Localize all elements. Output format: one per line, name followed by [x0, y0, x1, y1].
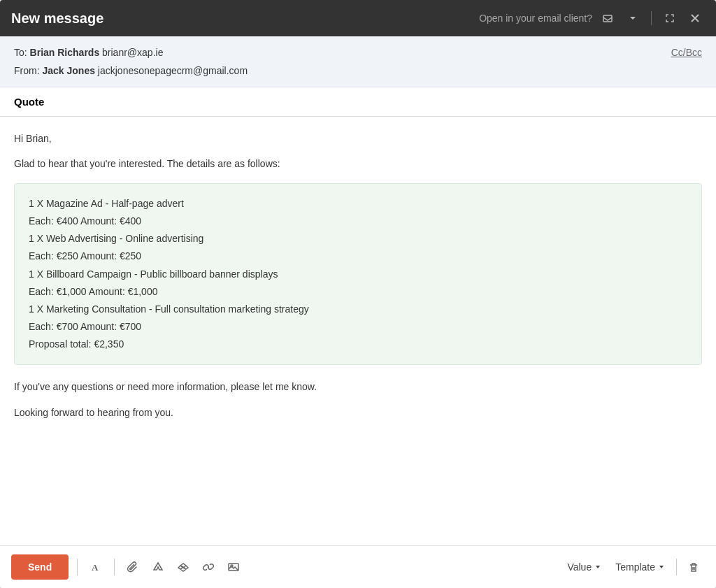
quote-line: 1 X Magazine Ad - Half-page advert — [29, 195, 687, 213]
compose-window: New message Open in your email client? — [0, 0, 716, 588]
to-name: Brian Richards — [30, 47, 100, 58]
cc-bcc-link[interactable]: Cc/Bcc — [671, 47, 702, 58]
close-button[interactable] — [685, 10, 705, 27]
template-dropdown-button[interactable]: Template — [610, 557, 671, 577]
trash-button[interactable] — [682, 557, 705, 578]
compose-recipients: To: Brian Richards brianr@xap.ie From: J… — [0, 36, 716, 87]
intro-text: Glad to hear that you're interested. The… — [14, 156, 702, 171]
quote-line: Each: €1,000 Amount: €1,000 — [29, 283, 687, 301]
send-button[interactable]: Send — [11, 554, 69, 580]
subject-line: Quote — [0, 87, 716, 117]
quote-line: 1 X Marketing Consultation - Full consul… — [29, 301, 687, 318]
open-email-label: Open in your email client? — [479, 13, 592, 24]
dropbox-button[interactable] — [173, 559, 193, 575]
quote-line: Each: €400 Amount: €400 — [29, 213, 687, 230]
from-row: From: Jack Jones jackjonesonepagecrm@gma… — [14, 62, 248, 80]
quote-line: Each: €250 Amount: €250 — [29, 248, 687, 265]
open-email-button[interactable] — [598, 10, 617, 27]
compose-body[interactable]: Hi Brian, Glad to hear that you're inter… — [0, 117, 716, 545]
value-label: Value — [567, 561, 592, 573]
greeting: Hi Brian, — [14, 131, 702, 146]
value-dropdown-button[interactable]: Value — [561, 557, 607, 577]
to-email: brianr@xap.ie — [102, 47, 163, 58]
to-from-block: To: Brian Richards brianr@xap.ie From: J… — [14, 43, 248, 80]
recipients-container: To: Brian Richards brianr@xap.ie From: J… — [14, 43, 702, 80]
attachment-button[interactable] — [123, 559, 143, 575]
header-divider — [651, 11, 652, 25]
to-row: To: Brian Richards brianr@xap.ie — [14, 43, 248, 62]
image-button[interactable] — [224, 559, 243, 575]
from-label: From: — [14, 65, 40, 76]
link-button[interactable] — [199, 559, 218, 575]
compose-header: New message Open in your email client? — [0, 0, 716, 36]
from-email: jackjonesonepagecrm@gmail.com — [98, 65, 248, 76]
closing1: If you've any questions or need more inf… — [14, 379, 702, 394]
template-label: Template — [615, 561, 655, 573]
header-actions: Open in your email client? — [479, 10, 705, 27]
quote-line: 1 X Billboard Campaign - Public billboar… — [29, 266, 687, 283]
quote-line: 1 X Web Advertising - Online advertising — [29, 230, 687, 248]
compose-toolbar: Send A — [0, 545, 716, 588]
toolbar-right-actions: Value Template — [561, 557, 705, 578]
drive-button[interactable] — [148, 559, 168, 575]
from-name: Jack Jones — [42, 65, 95, 76]
expand-button[interactable] — [660, 10, 680, 27]
open-email-dropdown-button[interactable] — [623, 10, 643, 27]
quote-block: 1 X Magazine Ad - Half-page advertEach: … — [14, 183, 702, 366]
compose-title: New message — [11, 10, 103, 27]
closing2: Looking forward to hearing from you. — [14, 405, 702, 420]
svg-text:A: A — [92, 562, 99, 573]
toolbar-divider-2 — [114, 559, 115, 575]
quote-line: Each: €700 Amount: €700 — [29, 318, 687, 336]
toolbar-divider-1 — [77, 559, 78, 575]
toolbar-divider-3 — [676, 559, 677, 575]
text-format-button[interactable]: A — [86, 559, 106, 575]
quote-line: Proposal total: €2,350 — [29, 336, 687, 353]
to-label: To: — [14, 47, 27, 58]
subject-text: Quote — [14, 96, 44, 108]
